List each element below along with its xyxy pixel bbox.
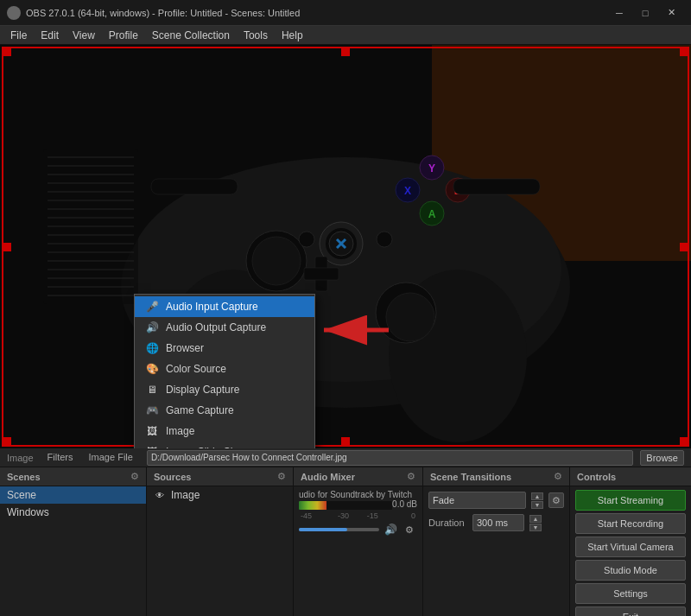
eye-icon: 👁 [154,489,166,501]
controls-panel: Controls Start Streaming Start Recording… [570,467,691,616]
scale-mid: -30 [330,511,358,520]
filters-tab[interactable]: Filters [41,450,80,466]
close-button[interactable]: ✕ [658,0,684,26]
title-bar: OBS 27.0.1 (64-bit, windows) - Profile: … [0,0,691,26]
duration-spinner-down[interactable]: ▼ [529,524,542,531]
transition-type-row: Fade ▲ ▼ ⚙ [428,492,564,509]
duration-spinner: ▲ ▼ [529,515,542,531]
ctx-audio-output-capture[interactable]: 🔊 Audio Output Capture [135,317,314,338]
scenes-title: Scenes [7,472,41,482]
sources-title: Sources [154,472,191,482]
mixer-track: udio for Soundtrack by Twitch 0.0 dB -45… [294,486,422,541]
mixer-settings-button[interactable]: ⚙ [402,522,417,537]
scenes-list: Scene Windows [0,486,146,616]
transitions-title: Scene Transitions [430,472,511,482]
gamepad-icon: 🎮 [145,403,159,417]
controls-content: Start Streaming Start Recording Start Vi… [570,486,691,616]
ctx-game-label: Game Capture [166,404,234,416]
bottom-section: Scenes ⚙ Scene Windows + − ↑ ↓ Sources ⚙ [0,467,691,616]
red-arrow-indicator [311,311,380,346]
controls-title: Controls [577,472,616,482]
app-logo [7,6,21,20]
transitions-header: Scene Transitions ⚙ [423,467,569,486]
scene-item-windows[interactable]: Windows [0,504,146,521]
mute-button[interactable]: 🔊 [383,522,398,537]
image-file-tab[interactable]: Image File [82,450,140,466]
svg-text:X: X [404,185,411,197]
volume-slider[interactable] [299,528,379,531]
arrow-svg [311,311,397,354]
duration-spinner-up[interactable]: ▲ [529,515,542,523]
scene-item-scene[interactable]: Scene [0,486,146,504]
ctx-image[interactable]: 🖼 Image [135,421,314,441]
transition-gear-button[interactable]: ⚙ [548,492,564,508]
scenes-panel: Scenes ⚙ Scene Windows + − ↑ ↓ [0,467,147,616]
menu-edit[interactable]: Edit [34,26,66,45]
source-item-image[interactable]: 👁 Image [147,486,293,504]
scene-transitions-panel: Scene Transitions ⚙ Fade ▲ ▼ ⚙ Duration … [423,467,570,616]
duration-label: Duration [428,518,467,528]
ctx-image-slide-show[interactable]: 🖼 Image Slide Show [135,441,314,448]
controller-svg: A B X Y [0,45,691,448]
controls-header: Controls [570,467,691,486]
svg-point-20 [252,237,301,285]
exit-button[interactable]: Exit [575,606,686,616]
sources-header: Sources ⚙ [147,467,293,486]
spinner-up[interactable]: ▲ [531,492,543,500]
menu-view[interactable]: View [66,26,102,45]
source-label: Image [7,453,34,463]
maximize-button[interactable]: □ [632,0,658,26]
image-source-bar: Image Filters Image File D:/Download/Par… [0,448,691,467]
audio-mixer-header-btn[interactable]: ⚙ [407,471,415,482]
audio-mixer-title: Audio Mixer [301,472,355,482]
menu-scene-collection[interactable]: Scene Collection [145,26,237,45]
duration-row: Duration 300 ms ▲ ▼ [428,514,564,531]
browse-button[interactable]: Browse [640,450,684,466]
transition-spinner: ▲ ▼ [531,492,543,509]
sources-header-btn[interactable]: ⚙ [277,471,286,482]
mixer-scale: -45 -30 -15 0 [299,511,417,520]
duration-input[interactable]: 300 ms [472,514,524,531]
settings-button[interactable]: Settings [575,583,686,604]
transition-type-select[interactable]: Fade [428,492,526,509]
audio-mixer-header: Audio Mixer ⚙ [294,467,422,486]
image-icon: 🖼 [145,424,159,438]
minimize-button[interactable]: ─ [606,0,632,26]
window-controls: ─ □ ✕ [606,0,684,26]
menu-file[interactable]: File [3,26,34,45]
ctx-game-capture[interactable]: 🎮 Game Capture [135,400,314,421]
svg-text:Y: Y [428,162,435,175]
ctx-browser[interactable]: 🌐 Browser [135,338,314,359]
start-streaming-button[interactable]: Start Streaming [575,490,686,511]
ctx-display-capture[interactable]: 🖥 Display Capture [135,379,314,400]
sources-list: 👁 Image [147,486,293,616]
svg-rect-26 [453,179,540,194]
transitions-header-btn[interactable]: ⚙ [554,471,562,482]
sources-panel: Sources ⚙ 👁 Image + − ⚙ ↑ ↓ [147,467,294,616]
ctx-color-source[interactable]: 🎨 Color Source [135,359,314,379]
ctx-audio-input-capture[interactable]: 🎤 Audio Input Capture [135,296,314,317]
menu-tools[interactable]: Tools [237,26,275,45]
ctx-color-label: Color Source [166,363,226,375]
menu-bar: File Edit View Profile Scene Collection … [0,26,691,45]
spinner-down[interactable]: ▼ [531,501,543,509]
source-tabs: Filters Image File [41,450,140,466]
scale-right: 0 [388,511,415,520]
source-item-image-label: Image [171,489,200,501]
transitions-content: Fade ▲ ▼ ⚙ Duration 300 ms ▲ ▼ [423,486,569,542]
mixer-level-bar [299,501,392,510]
start-recording-button[interactable]: Start Recording [575,513,686,534]
panels: Scenes ⚙ Scene Windows + − ↑ ↓ Sources ⚙ [0,467,691,616]
scenes-header-btn[interactable]: ⚙ [130,471,139,482]
ctx-slideshow-label: Image Slide Show [166,446,250,448]
svg-point-27 [299,232,314,247]
preview-background: A B X Y [0,45,691,448]
studio-mode-button[interactable]: Studio Mode [575,560,686,581]
volume-fill [299,528,347,531]
monitor-icon: 🖥 [145,383,159,397]
svg-point-28 [377,232,392,247]
menu-profile[interactable]: Profile [102,26,145,45]
color-icon: 🎨 [145,362,159,376]
menu-help[interactable]: Help [275,26,310,45]
start-virtual-camera-button[interactable]: Start Virtual Camera [575,537,686,557]
